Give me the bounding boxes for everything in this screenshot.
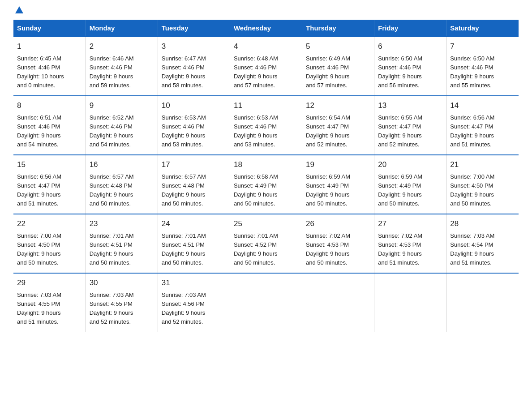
- calendar-cell: 3Sunrise: 6:47 AMSunset: 4:46 PMDaylight…: [158, 37, 230, 96]
- day-number: 9: [90, 100, 154, 111]
- day-info: Sunrise: 6:57 AMSunset: 4:48 PMDaylight:…: [162, 172, 226, 209]
- day-number: 20: [378, 159, 442, 171]
- day-info: Sunrise: 6:55 AMSunset: 4:47 PMDaylight:…: [378, 113, 442, 150]
- calendar-cell: 4Sunrise: 6:48 AMSunset: 4:46 PMDaylight…: [230, 37, 302, 96]
- calendar-cell: 6Sunrise: 6:50 AMSunset: 4:46 PMDaylight…: [374, 37, 446, 96]
- day-number: 19: [306, 159, 370, 171]
- calendar-cell: [230, 273, 302, 332]
- day-info: Sunrise: 7:03 AMSunset: 4:55 PMDaylight:…: [17, 291, 82, 327]
- calendar-cell: 9Sunrise: 6:52 AMSunset: 4:46 PMDaylight…: [86, 96, 158, 155]
- day-info: Sunrise: 6:54 AMSunset: 4:47 PMDaylight:…: [306, 113, 370, 150]
- day-info: Sunrise: 7:02 AMSunset: 4:53 PMDaylight:…: [378, 231, 442, 268]
- calendar-cell: 30Sunrise: 7:03 AMSunset: 4:55 PMDayligh…: [86, 273, 158, 332]
- day-info: Sunrise: 7:03 AMSunset: 4:54 PMDaylight:…: [450, 231, 515, 268]
- calendar-cell: 21Sunrise: 7:00 AMSunset: 4:50 PMDayligh…: [446, 155, 519, 214]
- day-info: Sunrise: 6:57 AMSunset: 4:48 PMDaylight:…: [90, 172, 154, 209]
- day-info: Sunrise: 6:56 AMSunset: 4:47 PMDaylight:…: [450, 113, 515, 150]
- calendar-cell: 5Sunrise: 6:49 AMSunset: 4:46 PMDaylight…: [302, 37, 374, 96]
- calendar-cell: [374, 273, 446, 332]
- calendar-cell: 12Sunrise: 6:54 AMSunset: 4:47 PMDayligh…: [302, 96, 374, 155]
- day-info: Sunrise: 6:59 AMSunset: 4:49 PMDaylight:…: [306, 172, 370, 209]
- day-number: 23: [90, 218, 154, 230]
- calendar-cell: 28Sunrise: 7:03 AMSunset: 4:54 PMDayligh…: [446, 214, 519, 273]
- day-number: 22: [17, 218, 82, 230]
- calendar-table: SundayMondayTuesdayWednesdayThursdayFrid…: [13, 20, 519, 332]
- calendar-cell: 19Sunrise: 6:59 AMSunset: 4:49 PMDayligh…: [302, 155, 374, 214]
- week-row-4: 22Sunrise: 7:00 AMSunset: 4:50 PMDayligh…: [13, 214, 519, 273]
- week-row-3: 15Sunrise: 6:56 AMSunset: 4:47 PMDayligh…: [13, 155, 519, 214]
- logo: [13, 9, 23, 11]
- calendar-cell: 14Sunrise: 6:56 AMSunset: 4:47 PMDayligh…: [446, 96, 519, 155]
- day-number: 14: [450, 100, 515, 111]
- column-header-monday: Monday: [86, 20, 158, 37]
- column-header-tuesday: Tuesday: [158, 20, 230, 37]
- day-number: 12: [306, 100, 370, 111]
- day-number: 6: [378, 41, 442, 52]
- column-header-wednesday: Wednesday: [230, 20, 302, 37]
- day-number: 24: [162, 218, 226, 230]
- week-row-2: 8Sunrise: 6:51 AMSunset: 4:46 PMDaylight…: [13, 96, 519, 155]
- calendar-cell: 24Sunrise: 7:01 AMSunset: 4:51 PMDayligh…: [158, 214, 230, 273]
- day-info: Sunrise: 7:00 AMSunset: 4:50 PMDaylight:…: [450, 172, 515, 209]
- calendar-cell: 7Sunrise: 6:50 AMSunset: 4:46 PMDaylight…: [446, 37, 519, 96]
- day-number: 7: [450, 41, 515, 52]
- day-info: Sunrise: 6:45 AMSunset: 4:46 PMDaylight:…: [17, 54, 82, 90]
- calendar-cell: 13Sunrise: 6:55 AMSunset: 4:47 PMDayligh…: [374, 96, 446, 155]
- column-header-sunday: Sunday: [13, 20, 86, 37]
- day-info: Sunrise: 6:50 AMSunset: 4:46 PMDaylight:…: [378, 54, 442, 90]
- day-info: Sunrise: 7:02 AMSunset: 4:53 PMDaylight:…: [306, 231, 370, 268]
- day-info: Sunrise: 7:01 AMSunset: 4:51 PMDaylight:…: [90, 231, 154, 268]
- calendar-cell: 26Sunrise: 7:02 AMSunset: 4:53 PMDayligh…: [302, 214, 374, 273]
- day-info: Sunrise: 7:03 AMSunset: 4:56 PMDaylight:…: [162, 291, 226, 327]
- calendar-cell: 22Sunrise: 7:00 AMSunset: 4:50 PMDayligh…: [13, 214, 86, 273]
- calendar-cell: 10Sunrise: 6:53 AMSunset: 4:46 PMDayligh…: [158, 96, 230, 155]
- calendar-cell: 18Sunrise: 6:58 AMSunset: 4:49 PMDayligh…: [230, 155, 302, 214]
- day-number: 30: [90, 277, 154, 289]
- calendar-cell: [302, 273, 374, 332]
- calendar-cell: 2Sunrise: 6:46 AMSunset: 4:46 PMDaylight…: [86, 37, 158, 96]
- calendar-cell: 15Sunrise: 6:56 AMSunset: 4:47 PMDayligh…: [13, 155, 86, 214]
- column-header-thursday: Thursday: [302, 20, 374, 37]
- calendar-cell: 11Sunrise: 6:53 AMSunset: 4:46 PMDayligh…: [230, 96, 302, 155]
- day-number: 1: [17, 41, 82, 52]
- day-info: Sunrise: 6:49 AMSunset: 4:46 PMDaylight:…: [306, 54, 370, 90]
- day-number: 29: [17, 277, 82, 289]
- day-info: Sunrise: 7:01 AMSunset: 4:51 PMDaylight:…: [162, 231, 226, 268]
- calendar-cell: 31Sunrise: 7:03 AMSunset: 4:56 PMDayligh…: [158, 273, 230, 332]
- calendar-cell: 17Sunrise: 6:57 AMSunset: 4:48 PMDayligh…: [158, 155, 230, 214]
- calendar-cell: 25Sunrise: 7:01 AMSunset: 4:52 PMDayligh…: [230, 214, 302, 273]
- day-number: 4: [234, 41, 298, 52]
- day-info: Sunrise: 6:52 AMSunset: 4:46 PMDaylight:…: [90, 113, 154, 150]
- calendar-cell: 27Sunrise: 7:02 AMSunset: 4:53 PMDayligh…: [374, 214, 446, 273]
- page-header: [13, 9, 519, 11]
- day-number: 2: [90, 41, 154, 52]
- column-header-friday: Friday: [374, 20, 446, 37]
- day-info: Sunrise: 7:03 AMSunset: 4:55 PMDaylight:…: [90, 291, 154, 327]
- day-number: 13: [378, 100, 442, 111]
- day-number: 10: [162, 100, 226, 111]
- day-number: 25: [234, 218, 298, 230]
- calendar-header-row: SundayMondayTuesdayWednesdayThursdayFrid…: [13, 20, 519, 37]
- day-number: 18: [234, 159, 298, 171]
- day-info: Sunrise: 6:48 AMSunset: 4:46 PMDaylight:…: [234, 54, 298, 90]
- day-info: Sunrise: 7:00 AMSunset: 4:50 PMDaylight:…: [17, 231, 82, 268]
- calendar-cell: 1Sunrise: 6:45 AMSunset: 4:46 PMDaylight…: [13, 37, 86, 96]
- day-number: 31: [162, 277, 226, 289]
- day-info: Sunrise: 6:53 AMSunset: 4:46 PMDaylight:…: [234, 113, 298, 150]
- calendar-cell: 20Sunrise: 6:59 AMSunset: 4:49 PMDayligh…: [374, 155, 446, 214]
- day-info: Sunrise: 6:56 AMSunset: 4:47 PMDaylight:…: [17, 172, 82, 209]
- day-number: 8: [17, 100, 82, 111]
- week-row-5: 29Sunrise: 7:03 AMSunset: 4:55 PMDayligh…: [13, 273, 519, 332]
- day-number: 26: [306, 218, 370, 230]
- calendar-cell: [446, 273, 519, 332]
- day-number: 21: [450, 159, 515, 171]
- day-info: Sunrise: 7:01 AMSunset: 4:52 PMDaylight:…: [234, 231, 298, 268]
- day-number: 27: [378, 218, 442, 230]
- calendar-cell: 16Sunrise: 6:57 AMSunset: 4:48 PMDayligh…: [86, 155, 158, 214]
- calendar-cell: 8Sunrise: 6:51 AMSunset: 4:46 PMDaylight…: [13, 96, 86, 155]
- calendar-cell: 23Sunrise: 7:01 AMSunset: 4:51 PMDayligh…: [86, 214, 158, 273]
- day-info: Sunrise: 6:53 AMSunset: 4:46 PMDaylight:…: [162, 113, 226, 150]
- day-info: Sunrise: 6:59 AMSunset: 4:49 PMDaylight:…: [378, 172, 442, 209]
- day-number: 28: [450, 218, 515, 230]
- day-number: 16: [90, 159, 154, 171]
